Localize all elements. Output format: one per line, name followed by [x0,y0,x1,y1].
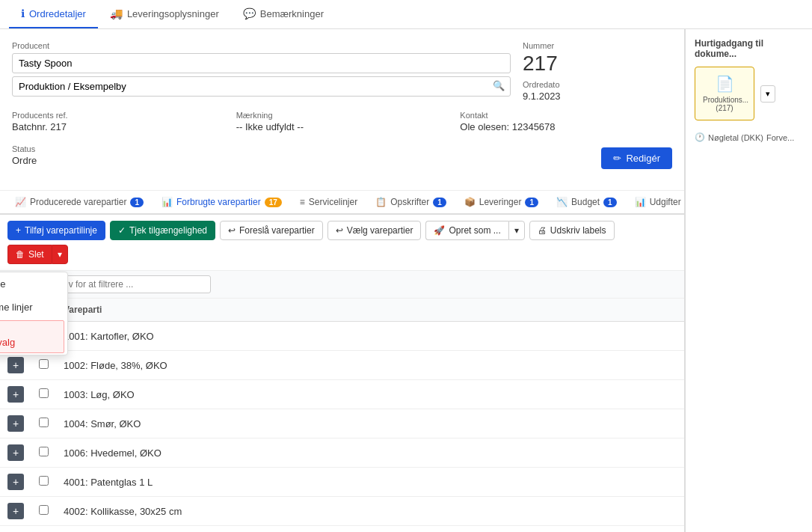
row-expand-cell: + [0,409,31,438]
ordredato-label: Ordredato [523,80,672,89]
expand-row-button[interactable]: + [7,386,24,403]
print-icon: 🖨 [538,225,547,236]
doc-card[interactable]: 📄 Produktions...(217) [695,67,754,120]
tab-leveringsoplysninger[interactable]: 🚚 Leveringsoplysninger [98,0,231,28]
trash-icon: 🗑 [16,249,25,260]
row-vareparti: 4004: Label, kartoffelsuppe 800 ml DA/SE… [56,526,684,533]
row-expand-cell: + [0,526,31,533]
badge-forbrugte: 17 [265,198,282,207]
location-input[interactable] [12,76,511,97]
nummer-group: Nummer 217 Ordredato 9.1.2023 [523,41,672,102]
delete-dropdown: 🗑 Slet valgte 🗑 Slet tomme linjer ✕ Fjer… [0,272,68,355]
doc-arrow-button[interactable]: ▾ [760,85,775,103]
dropdown-fjern-alle[interactable]: ✕ Fjern alle varepartivalg [0,320,64,353]
dropdown-slet-valgte[interactable]: 🗑 Slet valgte [0,272,67,296]
row-vareparti: 4001: Patentglas 1 L [56,468,684,497]
rocket-icon: 🚀 [434,225,445,236]
truck-icon: 🚚 [110,7,123,19]
badge-budget: 1 [603,198,617,207]
sub-tab-opskrifter[interactable]: 📋 Opskrifter 1 [366,191,455,215]
edit-icon: ✏ [613,153,621,164]
doc-card-label: Produktions...(217) [703,96,746,112]
row-checkbox[interactable] [39,418,49,427]
recipe-icon: 📋 [375,197,387,207]
tab-ordredetaljer[interactable]: ℹ Ordredetaljer [9,0,98,28]
expand-row-button[interactable]: + [7,415,24,432]
tab-bemaerkninger[interactable]: 💬 Bemærkninger [231,0,336,28]
sub-tab-producerede[interactable]: 📈 Producerede varepartier 1 [6,191,153,215]
producents-ref-value: Batchnr. 217 [12,121,224,132]
maerkning-value: -- Ikke udfyldt -- [236,121,449,132]
create-as-split: 🚀 Opret som ... ▾ [425,221,524,240]
sub-tab-servicelinjer[interactable]: ≡ Servicelinjer [291,191,366,215]
status-group: Status Ordre [12,144,589,166]
check-availability-button[interactable]: ✓ Tjek tilgængelighed [110,221,215,240]
nummer-value: 217 [523,52,672,76]
create-as-button[interactable]: 🚀 Opret som ... [425,221,508,240]
row-vareparti: 1003: Løg, ØKO [56,380,684,409]
expand-row-button[interactable]: + [7,474,24,490]
vareparti-header: Vareparti [56,299,684,322]
maerkning-label: Mærkning [236,111,449,120]
row-checkbox-cell [31,380,56,409]
delete-arrow[interactable]: ▾ [52,245,68,264]
sub-tab-forbrugte[interactable]: 📊 Forbrugte varepartier 17 [153,191,291,215]
delete-button[interactable]: 🗑 Slet [7,245,52,264]
row-expand-cell: + [0,438,31,468]
create-as-arrow[interactable]: ▾ [508,221,525,240]
row-expand-cell: + [0,497,31,526]
check-icon: ✓ [118,225,126,236]
row-checkbox[interactable] [39,388,49,398]
chart-icon-forb: 📊 [162,197,173,207]
expand-row-button[interactable]: + [7,444,24,461]
key-figures-section: 🕐 Nøgletal (DKK) Forve... [695,132,803,142]
search-icon[interactable]: 🔍 [493,79,505,91]
filter-row: + − [0,271,684,299]
badge-opskrifter: 1 [433,198,446,207]
location-field: 🔍 [12,73,511,97]
producent-input[interactable] [12,53,511,73]
suggest-varepartier-button[interactable]: ↩ Foreslå varepartier [220,221,323,240]
kontakt-label: Kontakt [460,111,672,120]
table-row: + 1003: Løg, ØKO [0,380,684,409]
badge-producerede: 1 [130,198,144,207]
row-checkbox[interactable] [39,476,49,486]
sub-tabs-bar: 📈 Producerede varepartier 1 📊 Forbrugte … [0,191,684,215]
table-row: + 4004: Label, kartoffelsuppe 800 ml DA/… [0,526,684,533]
key-figures-title: 🕐 Nøgletal (DKK) Forve... [695,132,803,142]
sub-tab-budget[interactable]: 📉 Budget 1 [547,191,626,215]
row-checkbox-cell [31,409,56,438]
table-header-row: Vareparti [0,299,684,322]
right-panel: Hurtigadgang til dokume... 📄 Produktions… [685,29,812,532]
row-checkbox[interactable] [39,359,49,369]
row-checkbox[interactable] [39,505,49,515]
producent-label: Producent [12,41,511,50]
choose-varepartier-button[interactable]: ↩ Vælg varepartier [327,221,422,240]
info-icon: ℹ [21,7,25,19]
print-labels-button[interactable]: 🖨 Udskriv labels [529,221,615,240]
row-vareparti: 4002: Kollikasse, 30x25 cm [56,497,684,526]
row-vareparti: 1002: Fløde, 38%, ØKO [56,351,684,380]
table-row: + 1001: Kartofler, ØKO [0,322,684,351]
table-area: + − Vareparti + [0,271,684,532]
status-label: Status [12,144,589,153]
sub-tab-leveringer[interactable]: 📦 Leveringer 1 [455,191,547,215]
right-panel-title: Hurtigadgang til dokume... [695,38,803,59]
nummer-label: Nummer [523,41,672,50]
add-varepartilinje-button[interactable]: + Tilføj varepartilinje [7,221,105,240]
producent-group: Producent 🔍 [12,41,511,102]
expand-row-button[interactable]: + [7,357,24,373]
row-checkbox[interactable] [39,447,49,456]
expand-row-button[interactable]: + [7,503,24,519]
edit-button[interactable]: ✏ Redigér [601,147,672,169]
badge-leveringer: 1 [525,198,538,207]
producents-ref-group: Producents ref. Batchnr. 217 [12,111,224,132]
row-checkbox-cell [31,468,56,497]
dropdown-slet-tomme[interactable]: 🗑 Slet tomme linjer [0,296,67,319]
ordredato-value: 9.1.2023 [523,91,672,102]
filter-input[interactable] [46,275,211,293]
sub-tab-udgifter[interactable]: 📊 Udgifter [626,191,684,215]
table-row: + 1006: Hvedemel, ØKO [0,438,684,468]
table-row: + 1004: Smør, ØKO [0,409,684,438]
list-icon: ≡ [300,197,305,207]
